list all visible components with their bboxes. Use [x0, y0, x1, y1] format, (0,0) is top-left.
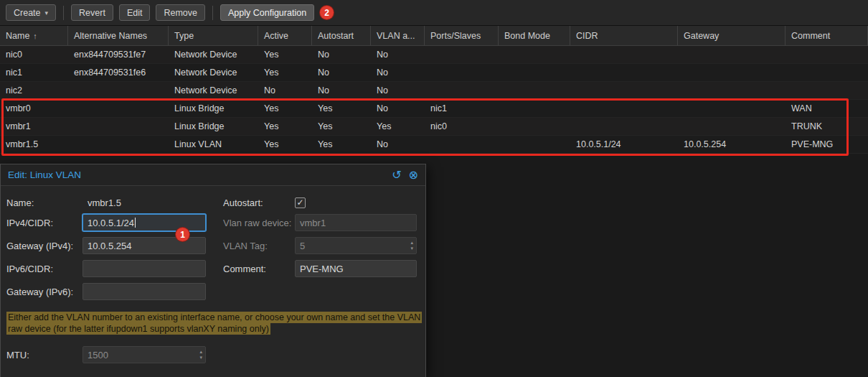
column-header-alternative-names[interactable]: Alternative Names — [68, 26, 169, 45]
comment-value: PVE-MNG — [300, 264, 344, 274]
network-table: nic0 enx844709531fe7 Network Device Yes … — [0, 46, 868, 154]
table-row-nic1[interactable]: nic1 enx844709531fe6 Network Device Yes … — [0, 64, 868, 82]
cell-comment: WAN — [786, 100, 868, 117]
mtu-input: 1500 ▴▾ — [82, 346, 206, 363]
dialog-header[interactable]: Edit: Linux VLAN ↺ ⊗ — [1, 164, 425, 186]
column-header-name[interactable]: Name ↑ — [0, 26, 68, 45]
table-row-vmbr0[interactable]: vmbr0 Linux Bridge Yes Yes No nic1 WAN — [0, 100, 868, 118]
column-header-comment[interactable]: Comment — [786, 26, 868, 45]
cell-bond-mode — [499, 100, 570, 117]
column-header-name-label: Name — [6, 31, 29, 41]
table-row-nic0[interactable]: nic0 enx844709531fe7 Network Device Yes … — [0, 46, 868, 64]
cell-type: Network Device — [169, 46, 258, 63]
cell-bond-mode — [499, 118, 570, 135]
cell-type: Linux VLAN — [169, 136, 258, 153]
column-header-vlan-aware[interactable]: VLAN a... — [371, 26, 425, 45]
cell-gateway — [678, 64, 786, 81]
cell-bond-mode — [499, 46, 570, 63]
spinner-buttons-icon: ▴▾ — [410, 240, 413, 251]
vlan-tag-input: 5 ▴▾ — [295, 237, 417, 254]
cell-alternative-names — [68, 82, 169, 99]
vlan-tag-value: 5 — [300, 241, 305, 251]
cell-autostart: No — [312, 64, 371, 81]
cell-name: nic1 — [0, 64, 68, 81]
cell-type: Network Device — [169, 82, 258, 99]
cell-ports-slaves: nic0 — [425, 118, 499, 135]
column-header-gateway[interactable]: Gateway — [678, 26, 786, 45]
table-row-nic2[interactable]: nic2 Network Device No No No — [0, 82, 868, 100]
mtu-label: MTU: — [6, 350, 82, 360]
table-row-vmbr1-5[interactable]: vmbr1.5 Linux VLAN Yes Yes No 10.0.5.1/2… — [0, 136, 868, 154]
cell-ports-slaves — [425, 82, 499, 99]
vlan-tag-label: VLAN Tag: — [223, 241, 295, 251]
cell-bond-mode — [499, 136, 570, 153]
dialog-title: Edit: Linux VLAN — [8, 169, 81, 180]
spinner-buttons-icon: ▴▾ — [199, 349, 202, 360]
column-header-active[interactable]: Active — [258, 26, 312, 45]
autostart-checkbox[interactable]: ✓ — [295, 197, 306, 208]
cell-active: Yes — [258, 136, 312, 153]
cell-gateway — [678, 100, 786, 117]
apply-configuration-button[interactable]: Apply Configuration — [220, 4, 314, 21]
vlan-raw-device-value: vmbr1 — [300, 218, 326, 228]
cell-gateway — [678, 118, 786, 135]
dialog-body: Name: vmbr1.5 Autostart: ✓ IPv4/CIDR: 10… — [1, 186, 425, 363]
remove-button[interactable]: Remove — [156, 4, 205, 21]
gateway-ipv6-label: Gateway (IPv6): — [6, 287, 82, 297]
cell-vlan-aware: No — [371, 100, 425, 117]
cell-autostart: No — [312, 46, 371, 63]
column-header-autostart[interactable]: Autostart — [312, 26, 371, 45]
column-header-cidr[interactable]: CIDR — [570, 26, 678, 45]
cell-type: Network Device — [169, 64, 258, 81]
cell-comment: TRUNK — [786, 118, 868, 135]
undo-icon[interactable]: ↺ — [392, 169, 401, 181]
cell-comment — [786, 46, 868, 63]
toolbar: Create ▾ Revert Edit Remove Apply Config… — [0, 0, 868, 26]
autostart-label: Autostart: — [223, 197, 295, 208]
create-button[interactable]: Create ▾ — [6, 4, 56, 21]
cell-name: nic0 — [0, 46, 68, 63]
name-value: vmbr1.5 — [82, 197, 206, 208]
cell-alternative-names — [68, 136, 169, 153]
column-header-bond-mode[interactable]: Bond Mode — [499, 26, 570, 45]
cell-autostart: Yes — [312, 136, 371, 153]
create-button-label: Create — [14, 8, 41, 18]
annotation-badge-2: 2 — [320, 6, 334, 19]
annotation-badge-1: 1 — [176, 228, 189, 241]
cell-active: Yes — [258, 46, 312, 63]
cell-cidr — [570, 64, 678, 81]
edit-button[interactable]: Edit — [119, 4, 151, 21]
gateway-ipv6-input[interactable] — [82, 283, 206, 300]
cell-gateway: 10.0.5.254 — [678, 136, 786, 153]
cell-active: No — [258, 82, 312, 99]
table-row-vmbr1[interactable]: vmbr1 Linux Bridge Yes Yes Yes nic0 TRUN… — [0, 118, 868, 136]
ipv6-cidr-label: IPv6/CIDR: — [6, 264, 82, 274]
text-cursor — [135, 218, 136, 228]
check-icon: ✓ — [296, 198, 303, 208]
cell-cidr: 10.0.5.1/24 — [570, 136, 678, 153]
comment-input[interactable]: PVE-MNG — [295, 260, 417, 277]
cell-ports-slaves: nic1 — [425, 100, 499, 117]
chevron-down-icon: ▾ — [45, 9, 49, 17]
table-header: Name ↑ Alternative Names Type Active Aut… — [0, 26, 868, 46]
cell-ports-slaves — [425, 136, 499, 153]
vlan-raw-device-input: vmbr1 — [295, 214, 417, 231]
column-header-type[interactable]: Type — [169, 26, 258, 45]
revert-button[interactable]: Revert — [71, 4, 113, 21]
vlan-raw-device-label: Vlan raw device: — [223, 218, 295, 228]
cell-comment: PVE-MNG — [786, 136, 868, 153]
toolbar-separator — [63, 6, 64, 20]
column-header-ports-slaves[interactable]: Ports/Slaves — [425, 26, 499, 45]
ipv6-cidr-input[interactable] — [82, 260, 206, 277]
cell-name: nic2 — [0, 82, 68, 99]
close-icon[interactable]: ⊗ — [409, 169, 418, 181]
sort-ascending-icon: ↑ — [33, 32, 37, 40]
cell-active: Yes — [258, 118, 312, 135]
cell-name: vmbr1 — [0, 118, 68, 135]
vlan-hint: Either add the VLAN number to an existin… — [6, 312, 421, 335]
ipv4-cidr-input[interactable]: 10.0.5.1/24 — [82, 214, 206, 231]
name-label: Name: — [6, 197, 82, 208]
gateway-ipv4-input[interactable]: 10.0.5.254 — [82, 237, 206, 254]
gateway-ipv4-value: 10.0.5.254 — [88, 241, 131, 251]
cell-name: vmbr1.5 — [0, 136, 68, 153]
